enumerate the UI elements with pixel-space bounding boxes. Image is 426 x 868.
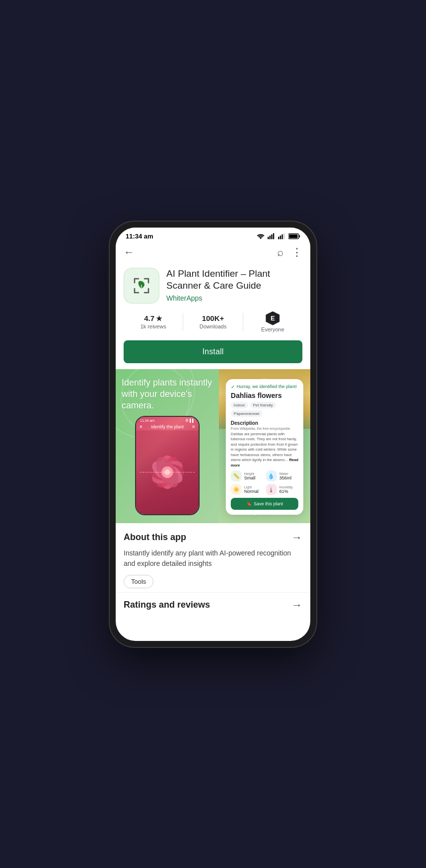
rating-label: 1k reivews bbox=[141, 323, 166, 329]
about-desc: Instantly identify any plant with AI-pow… bbox=[124, 548, 302, 569]
status-time: 11:34 am bbox=[126, 233, 153, 240]
plant-icon bbox=[131, 275, 152, 297]
check-icon: ✓ bbox=[231, 384, 235, 390]
light-info: ☀️ Light Normal bbox=[231, 484, 264, 495]
humidity-icon: 🌡️ bbox=[266, 484, 277, 495]
success-text: Hurray, we identified the plant! bbox=[237, 384, 297, 389]
desc-source: From Wikipedia, the free encyclopedia bbox=[231, 427, 298, 430]
esrb-badge: E bbox=[266, 312, 280, 325]
mockup-screen: 11:34 am ⦿ ▌▌ ✕ Identify the plant ✕ bbox=[136, 417, 199, 514]
desc-title: Description bbox=[231, 420, 298, 426]
install-button[interactable]: Install bbox=[124, 340, 302, 363]
humidity-text: Humidity 61% bbox=[279, 485, 292, 494]
light-icon: ☀️ bbox=[231, 484, 242, 495]
svg-rect-1 bbox=[270, 236, 271, 239]
content-rating-label: Everyone bbox=[261, 326, 284, 332]
screenshot-right: ✓ Hurray, we identified the plant! Dahli… bbox=[219, 369, 310, 523]
humidity-info: 🌡️ Humidity 61% bbox=[266, 484, 298, 495]
app-icon bbox=[124, 268, 159, 304]
wifi-icon bbox=[256, 233, 265, 239]
water-text: Water 356ml bbox=[279, 472, 291, 480]
content-rating-badge: E bbox=[266, 312, 280, 325]
downloads-value: 100K+ bbox=[202, 314, 224, 322]
app-developer[interactable]: WhiterApps bbox=[166, 294, 302, 302]
svg-rect-3 bbox=[273, 233, 274, 239]
rating-value: 4.7 ★ bbox=[144, 314, 162, 322]
ratings-title: Ratings and reviews bbox=[124, 600, 210, 610]
screenshots-section: Identify plants instantly with your devi… bbox=[116, 369, 310, 523]
bookmark-icon: 🔖 bbox=[246, 501, 252, 506]
height-info: 📏 Height Small bbox=[231, 471, 264, 481]
app-title: AI Plant Identifier – Plant Scanner & Ca… bbox=[166, 268, 302, 292]
screenshot-left: Identify plants instantly with your devi… bbox=[116, 369, 219, 523]
downloads-label: Downloads bbox=[200, 323, 226, 329]
plant-card-success: ✓ Hurray, we identified the plant! bbox=[231, 384, 298, 390]
plant-name: Dahlias flowers bbox=[231, 392, 298, 399]
status-icons bbox=[256, 233, 300, 239]
app-bar-right: ⌕ ⋮ bbox=[277, 247, 302, 258]
back-button[interactable]: ← bbox=[124, 247, 135, 258]
ratings-arrow-icon[interactable]: → bbox=[291, 599, 302, 612]
app-bar-left: ← bbox=[124, 247, 135, 258]
content-rating-stat: E Everyone bbox=[243, 312, 302, 332]
mockup-center-label: Identify the plant bbox=[151, 424, 184, 429]
status-bar: 11:34 am bbox=[116, 228, 310, 243]
height-icon: 📏 bbox=[231, 471, 242, 481]
battery-icon bbox=[288, 233, 300, 239]
tools-tag[interactable]: Tools bbox=[124, 575, 153, 588]
dashed-line bbox=[140, 472, 195, 473]
search-button[interactable]: ⌕ bbox=[277, 247, 284, 258]
app-title-section: AI Plant Identifier – Plant Scanner & Ca… bbox=[166, 268, 302, 302]
svg-rect-4 bbox=[278, 237, 279, 239]
light-text: Light Normal bbox=[244, 485, 259, 494]
tag-pet: Pet friendly bbox=[250, 402, 276, 408]
mockup-close: ✕ bbox=[192, 424, 196, 429]
about-arrow-icon[interactable]: → bbox=[291, 531, 302, 544]
flower-overlay bbox=[136, 430, 199, 514]
tag-indoor: Indoor bbox=[231, 402, 248, 408]
plant-info-grid: 📏 Height Small 💧 Water 356ml bbox=[231, 471, 298, 495]
signal1-icon bbox=[268, 233, 276, 239]
about-header: About this app → bbox=[124, 531, 302, 544]
height-text: Height Small bbox=[244, 472, 256, 480]
svg-rect-9 bbox=[299, 235, 300, 237]
rating-stat: 4.7 ★ 1k reivews bbox=[124, 314, 183, 329]
svg-rect-0 bbox=[268, 237, 269, 239]
more-button[interactable]: ⋮ bbox=[291, 247, 302, 258]
ratings-section: Ratings and reviews → bbox=[116, 592, 310, 620]
svg-rect-10 bbox=[289, 234, 297, 238]
app-header: AI Plant Identifier – Plant Scanner & Ca… bbox=[116, 262, 310, 308]
mockup-toolbar: ✕ Identify the plant ✕ bbox=[136, 423, 199, 430]
svg-rect-5 bbox=[280, 236, 281, 239]
svg-rect-2 bbox=[271, 235, 272, 239]
desc-text: Dahlias are perennial plants with tubero… bbox=[231, 432, 298, 469]
svg-rect-6 bbox=[282, 235, 283, 239]
phone-mockup: 11:34 am ⦿ ▌▌ ✕ Identify the plant ✕ bbox=[135, 416, 200, 515]
water-icon: 💧 bbox=[266, 471, 277, 481]
svg-rect-7 bbox=[284, 233, 284, 239]
tag-family: Papavoraceae bbox=[231, 410, 263, 417]
mockup-status: 11:34 am ⦿ ▌▌ bbox=[136, 417, 199, 423]
plant-card: ✓ Hurray, we identified the plant! Dahli… bbox=[226, 379, 303, 515]
star-icon: ★ bbox=[156, 315, 162, 322]
app-stats: 4.7 ★ 1k reivews 100K+ Downloads E Every… bbox=[116, 308, 310, 338]
about-title: About this app bbox=[124, 532, 186, 543]
downloads-stat: 100K+ Downloads bbox=[183, 314, 242, 329]
water-info: 💧 Water 356ml bbox=[266, 471, 298, 481]
app-bar: ← ⌕ ⋮ bbox=[116, 243, 310, 262]
signal2-icon bbox=[278, 233, 286, 239]
about-section: About this app → Instantly identify any … bbox=[116, 523, 310, 592]
install-section: Install bbox=[116, 338, 310, 369]
save-plant-button[interactable]: 🔖 Save this plant bbox=[231, 498, 298, 510]
plant-tags: Indoor Pet friendly Papavoraceae bbox=[231, 402, 298, 417]
mockup-back: ✕ bbox=[139, 424, 143, 429]
